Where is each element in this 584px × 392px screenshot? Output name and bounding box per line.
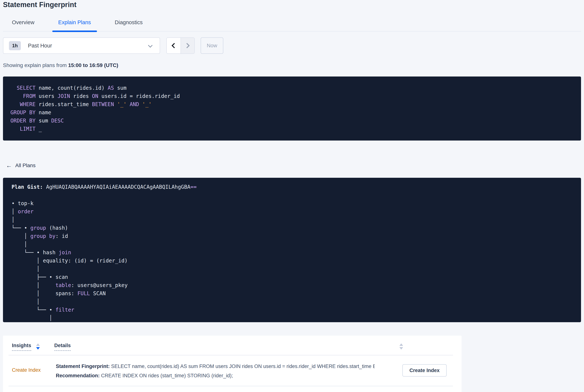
page-title: Statement Fingerprint — [3, 0, 581, 9]
sort-up-triangle-icon — [399, 344, 403, 346]
table-row: Create Index Statement Fingerprint: SELE… — [8, 355, 453, 386]
tab-diagnostics[interactable]: Diagnostics — [109, 15, 149, 31]
plan-gist-block: Plan Gist: AgHUAQIABQAAAAHYAQIAiAEAAAADC… — [3, 178, 581, 322]
sort-icon-details[interactable] — [399, 344, 403, 350]
tab-bar: Overview Explain Plans Diagnostics — [3, 15, 581, 32]
time-interval-badge: 1h — [9, 41, 21, 50]
caption-range: 15:00 to 16:59 (UTC) — [68, 62, 118, 68]
sort-down-triangle-icon — [36, 347, 40, 350]
sort-down-triangle-icon — [399, 347, 403, 350]
insight-type-link[interactable]: Create Index — [12, 367, 41, 373]
insights-table-header: Insights Details — [8, 336, 453, 355]
chevron-down-icon — [148, 43, 152, 48]
time-nav-group — [166, 38, 195, 54]
details-cell: Statement Fingerprint: SELECT name, coun… — [8, 355, 453, 386]
next-interval-button[interactable] — [180, 38, 194, 54]
sort-up-triangle-icon — [36, 344, 40, 346]
sql-statement-block: SELECT name, count(rides.id) AS sum FROM… — [3, 76, 581, 140]
time-interval-dropdown[interactable]: 1h Past Hour — [3, 38, 160, 54]
detail-label: Recommendation: — [56, 373, 100, 378]
column-header-insights[interactable]: Insights — [12, 343, 31, 351]
chevron-right-icon — [184, 43, 190, 48]
left-arrow-icon: ← — [6, 163, 12, 168]
detail-label: Statement Fingerprint: — [56, 364, 110, 369]
detail-text: SELECT name, count(rides.id) AS sum FROM… — [110, 364, 375, 369]
caption-prefix: Showing explain plans from — [3, 62, 68, 68]
statement-fingerprint-page: Statement Fingerprint Overview Explain P… — [0, 0, 584, 392]
time-range-caption: Showing explain plans from 15:00 to 16:5… — [3, 62, 581, 68]
chevron-left-icon — [172, 43, 177, 48]
all-plans-label: All Plans — [15, 162, 35, 168]
column-header-details[interactable]: Details — [54, 343, 71, 351]
detail-text: CREATE INDEX ON rides (start_time) STORI… — [100, 373, 233, 378]
tab-overview[interactable]: Overview — [6, 15, 40, 31]
time-controls: 1h Past Hour Now — [3, 38, 581, 54]
sort-icon-insights[interactable] — [36, 344, 40, 350]
tab-explain-plans[interactable]: Explain Plans — [52, 15, 97, 31]
prev-interval-button[interactable] — [167, 38, 180, 54]
now-button[interactable]: Now — [201, 38, 223, 54]
statement-fingerprint-detail: Statement Fingerprint: SELECT name, coun… — [56, 362, 375, 371]
all-plans-link[interactable]: ←All Plans — [6, 162, 35, 168]
insights-table-card: Insights Details Create Index Statement … — [3, 336, 462, 392]
recommendation-detail: Recommendation: CREATE INDEX ON rides (s… — [56, 371, 375, 380]
create-index-button[interactable]: Create Index — [402, 364, 447, 376]
insights-table: Insights Details Create Index Statement … — [8, 336, 453, 386]
time-interval-label: Past Hour — [28, 42, 52, 49]
